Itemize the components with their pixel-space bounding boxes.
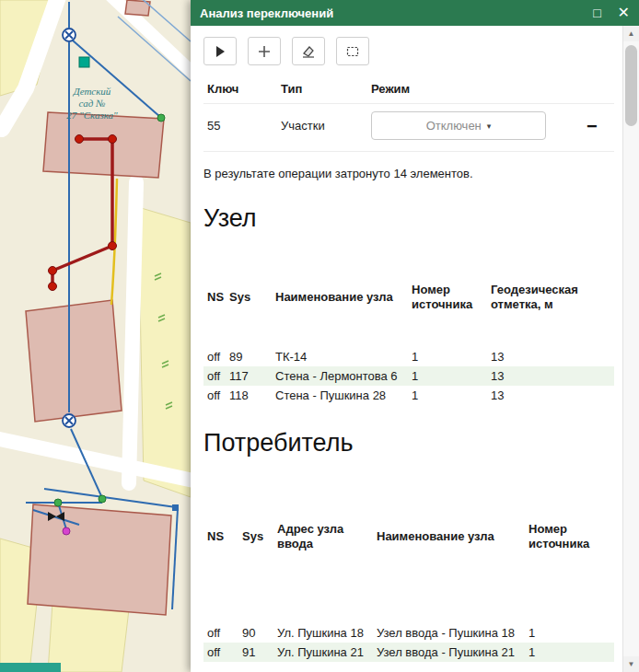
cell-node-name: ТК-14: [275, 350, 412, 364]
cell-ns: off: [207, 369, 229, 383]
cell-source-number: 1: [412, 388, 491, 402]
scroll-up-icon[interactable]: ▲: [623, 26, 639, 41]
cell-entry-address: Ул. Пушкина 21: [277, 645, 377, 659]
cell-source-number: 1: [529, 645, 614, 659]
eraser-icon: [301, 44, 316, 59]
map-teal-strip: [0, 663, 61, 672]
cell-geodetic-mark: 13: [491, 369, 614, 383]
cell-ns: off: [207, 350, 229, 364]
node-table-header: NS Sys Наименование узла Номер источника…: [203, 273, 614, 347]
panel-content: Ключ Тип Режим 55 Участки Отключен ▾ − В…: [191, 26, 639, 672]
cell-node-name: Стена - Пушкина 28: [275, 388, 412, 402]
plus-icon: [257, 44, 272, 59]
col-header-entry-address: Адрес узла ввода: [277, 522, 377, 552]
play-icon: [213, 44, 227, 59]
clear-button[interactable]: [292, 37, 325, 65]
run-analysis-button[interactable]: [203, 37, 237, 65]
vertical-scrollbar[interactable]: ▲ ▼: [622, 26, 639, 672]
cell-sys: 117: [229, 369, 275, 383]
col-header-source-number: Номер источника: [529, 522, 614, 552]
cell-sys: 90: [242, 626, 277, 640]
node-table-rows: off 89 ТК-14 1 13 off 117 Стена - Лермон…: [203, 347, 614, 405]
table-row[interactable]: off 117 Стена - Лермонтова 6 1 13: [203, 366, 614, 386]
map-magenta-node: [63, 527, 70, 535]
keys-header-mode: Режим: [371, 82, 583, 96]
table-row[interactable]: off 91 Ул. Пушкина 21 Узел ввода - Пушки…: [203, 643, 614, 662]
consumer-table: NS Sys Адрес узла ввода Наименование узл…: [203, 507, 614, 662]
keys-table-header: Ключ Тип Режим: [203, 75, 614, 104]
panel-title: Анализ переключений: [200, 6, 576, 20]
col-header-sys: Sys: [229, 290, 275, 305]
add-key-button[interactable]: [248, 37, 281, 65]
col-header-node-name: Наименование узла: [377, 529, 529, 544]
cell-geodetic-mark: 13: [491, 388, 614, 402]
remove-key-button[interactable]: −: [583, 117, 601, 135]
mode-dropdown[interactable]: Отключен ▾: [371, 111, 546, 140]
keys-table-row[interactable]: 55 Участки Отключен ▾ −: [203, 104, 614, 152]
maximize-icon[interactable]: □: [593, 6, 600, 19]
consumer-table-header: NS Sys Адрес узла ввода Наименование узл…: [203, 507, 614, 623]
consumer-table-rows: off 90 Ул. Пушкина 18 Узел ввода - Пушки…: [203, 623, 614, 662]
svg-text:27 "Сказка": 27 "Сказка": [66, 110, 118, 121]
selection-frame-icon: [345, 44, 360, 59]
col-header-ns: NS: [207, 529, 242, 544]
svg-text:Детский: Детский: [73, 86, 111, 97]
cell-source-number: 1: [412, 350, 491, 364]
key-type: Участки: [281, 119, 371, 133]
col-header-sys: Sys: [242, 529, 277, 544]
result-summary-text: В результате операции затронуто 14 элеме…: [203, 167, 614, 180]
scrollbar-thumb[interactable]: [625, 45, 637, 126]
cell-ns: off: [207, 645, 242, 659]
cell-entry-address: Ул. Пушкина 18: [277, 626, 377, 640]
col-header-node-name: Наименование узла: [275, 290, 412, 305]
col-header-ns: NS: [207, 290, 229, 305]
cell-source-number: 1: [412, 369, 491, 383]
switch-analysis-panel: Анализ переключений □ ✕: [191, 0, 639, 672]
cell-sys: 89: [229, 350, 275, 364]
map-source-square: [79, 57, 89, 67]
scroll-down-icon[interactable]: ▼: [623, 656, 639, 672]
cell-sys: 118: [229, 388, 275, 402]
cell-node-name: Узел ввода - Пушкина 21: [377, 645, 529, 659]
chevron-down-icon: ▾: [487, 122, 492, 131]
mode-dropdown-value: Отключен: [426, 119, 482, 133]
cell-ns: off: [207, 388, 229, 402]
table-row[interactable]: off 89 ТК-14 1 13: [203, 347, 614, 366]
panel-titlebar: Анализ переключений □ ✕: [191, 0, 639, 26]
map-blue-node-square: [172, 504, 179, 511]
consumer-section-title: Потребитель: [203, 429, 614, 458]
key-value: 55: [207, 119, 281, 133]
col-header-geodetic-mark: Геодезическая отметка, м: [491, 283, 614, 313]
node-section-title: Узел: [203, 204, 614, 233]
keys-header-key: Ключ: [207, 82, 281, 96]
cell-sys: 91: [242, 645, 277, 659]
cell-source-number: 1: [529, 626, 614, 640]
cell-ns: off: [207, 626, 242, 640]
keys-header-type: Тип: [281, 82, 371, 96]
col-header-source-number: Номер источника: [412, 283, 491, 313]
select-area-button[interactable]: [336, 37, 369, 65]
cell-node-name: Стена - Лермонтова 6: [275, 369, 412, 383]
svg-text:сад №: сад №: [79, 98, 106, 109]
node-table: NS Sys Наименование узла Номер источника…: [203, 273, 614, 405]
toolbar: [203, 37, 614, 65]
table-row[interactable]: off 118 Стена - Пушкина 28 1 13: [203, 386, 614, 405]
cell-geodetic-mark: 13: [491, 350, 614, 364]
close-icon[interactable]: ✕: [618, 6, 630, 20]
cell-node-name: Узел ввода - Пушкина 18: [377, 626, 529, 640]
table-row[interactable]: off 90 Ул. Пушкина 18 Узел ввода - Пушки…: [203, 623, 614, 643]
